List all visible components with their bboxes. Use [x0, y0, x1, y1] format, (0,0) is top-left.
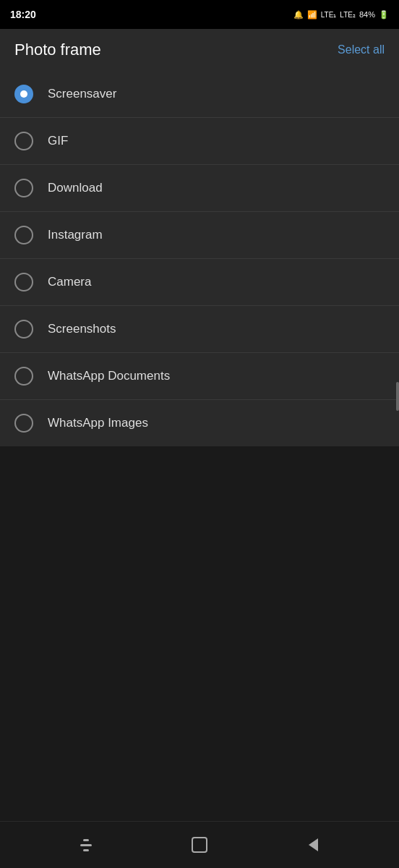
page-title: Photo frame: [14, 41, 101, 59]
scroll-indicator: [396, 382, 399, 411]
status-time: 18:20: [10, 9, 36, 20]
item-label-screensaver: Screensaver: [48, 87, 116, 101]
radio-screenshots[interactable]: [14, 320, 33, 339]
radio-download[interactable]: [14, 179, 33, 197]
radio-screensaver[interactable]: [14, 85, 33, 103]
radio-whatsapp-images[interactable]: [14, 414, 33, 433]
battery-indicator: 84%: [359, 10, 375, 19]
list-item-download[interactable]: Download: [0, 165, 399, 212]
battery-icon: 🔋: [379, 10, 389, 20]
radio-camera[interactable]: [14, 273, 33, 292]
signal-icon: LTE₁: [321, 11, 337, 19]
select-all-button[interactable]: Select all: [338, 43, 385, 56]
alarm-icon: 🔔: [293, 10, 304, 20]
recents-icon: [80, 839, 92, 851]
status-bar: 18:20 🔔 📶 LTE₁ LTE₂ 84% 🔋: [0, 0, 399, 29]
item-label-gif: GIF: [48, 134, 68, 148]
wifi-icon: 📶: [307, 10, 317, 20]
list-item-instagram[interactable]: Instagram: [0, 212, 399, 259]
item-label-download: Download: [48, 181, 103, 195]
radio-gif[interactable]: [14, 132, 33, 150]
item-label-instagram: Instagram: [48, 228, 103, 242]
recents-button[interactable]: [68, 827, 104, 863]
back-button[interactable]: [295, 827, 331, 863]
home-button[interactable]: [181, 827, 218, 863]
back-icon: [309, 838, 318, 851]
item-label-screenshots: Screenshots: [48, 322, 116, 336]
list-item-screensaver[interactable]: Screensaver: [0, 71, 399, 118]
empty-area: [0, 446, 399, 822]
signal2-icon: LTE₂: [340, 11, 356, 19]
app-header: Photo frame Select all: [0, 29, 399, 71]
radio-instagram[interactable]: [14, 226, 33, 244]
list-container: Screensaver GIF Download Instagram Camer…: [0, 71, 399, 446]
item-label-whatsapp-documents: WhatsApp Documents: [48, 369, 170, 383]
list-item-screenshots[interactable]: Screenshots: [0, 306, 399, 353]
radio-whatsapp-documents[interactable]: [14, 367, 33, 386]
item-label-camera: Camera: [48, 275, 91, 289]
list-item-gif[interactable]: GIF: [0, 118, 399, 165]
list-item-camera[interactable]: Camera: [0, 259, 399, 306]
list-item-whatsapp-documents[interactable]: WhatsApp Documents: [0, 353, 399, 400]
item-label-whatsapp-images: WhatsApp Images: [48, 416, 148, 430]
status-icons: 🔔 📶 LTE₁ LTE₂ 84% 🔋: [293, 10, 389, 20]
list-item-whatsapp-images[interactable]: WhatsApp Images: [0, 400, 399, 446]
bottom-nav: [0, 821, 399, 868]
home-icon: [192, 837, 207, 853]
